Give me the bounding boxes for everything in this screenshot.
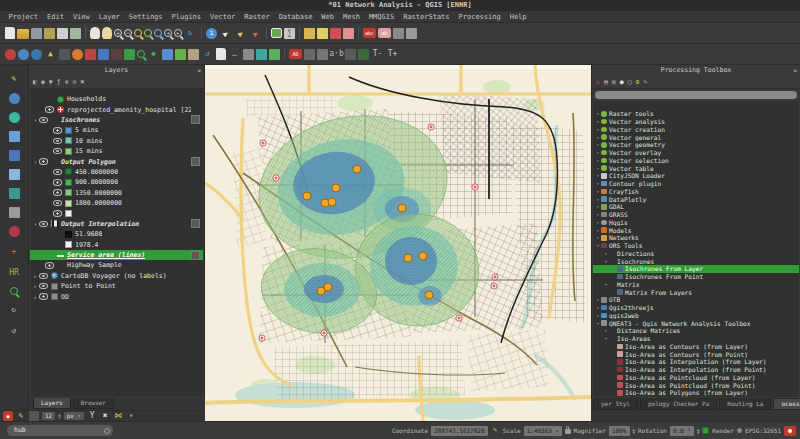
pan-to-selection-icon[interactable] (102, 27, 112, 39)
new-bookmark-icon[interactable] (330, 28, 341, 39)
save-project-icon[interactable] (31, 28, 42, 39)
menu-item[interactable]: MMQGIS (364, 13, 398, 21)
hr-tool-icon[interactable]: HR (8, 266, 21, 279)
map-tips-icon[interactable] (317, 28, 328, 39)
deselect-features-icon[interactable]: ▶ (246, 24, 264, 42)
extents-toggle-icon[interactable]: ✎ (491, 426, 500, 435)
globe-layers-icon[interactable] (9, 93, 20, 104)
metasearch-icon[interactable] (18, 49, 29, 60)
rotate-ccw-icon[interactable]: ↺ (8, 324, 21, 337)
menu-item[interactable]: Mesh (339, 13, 365, 21)
orange-ring-icon[interactable] (72, 49, 83, 60)
layer-row[interactable]: 450.0000000 (30, 167, 203, 177)
locator-options-icon[interactable] (104, 428, 110, 434)
expander-icon[interactable]: ▸ (32, 294, 39, 300)
rotation-spinner[interactable]: ▲▼ (697, 428, 699, 434)
layout-manager-icon[interactable] (70, 28, 81, 39)
rotation-input[interactable]: 0.0 ° (670, 426, 694, 436)
map-canvas[interactable] (205, 65, 591, 421)
processing-item[interactable]: Isochrones From Point (593, 273, 799, 281)
menu-item[interactable]: Plugins (167, 13, 206, 21)
snap-unit-select[interactable]: px ▾ (64, 412, 84, 420)
layer-row[interactable]: 1800.0000000 (30, 198, 203, 208)
snap-dropdown-icon[interactable]: ▾ (126, 411, 136, 421)
style-pen-icon[interactable]: ✎ (8, 72, 21, 85)
layer-row[interactable]: Households (30, 94, 203, 104)
locator-search-input[interactable]: hub (7, 425, 113, 436)
expander-icon[interactable]: ▸ (32, 273, 39, 279)
scripts-menu-icon[interactable]: ▦ (612, 79, 616, 86)
crs-globe-icon[interactable]: ⊕ (737, 427, 742, 435)
wrench-icon[interactable]: ✎ (644, 79, 648, 86)
processing-item[interactable]: Iso-Area as Pointcloud (from Layer) (593, 374, 799, 382)
processing-item[interactable]: ▸ Qgis2threejs (593, 304, 799, 312)
crs-status[interactable]: EPSG:32651 (745, 427, 781, 434)
expander-icon[interactable]: ▾ (603, 259, 609, 264)
raster-calc-icon[interactable] (85, 49, 96, 60)
history-icon[interactable]: ↻ (596, 79, 600, 86)
expander-icon[interactable]: ▾ (32, 221, 39, 227)
zoom-last-icon[interactable]: ◂ (164, 29, 172, 37)
expander-icon[interactable]: ▾ (603, 282, 609, 287)
terrain-icon[interactable] (175, 49, 186, 60)
menu-item[interactable]: Help (505, 13, 531, 21)
visibility-eye-icon[interactable] (53, 200, 62, 207)
menu-item[interactable]: Layer (94, 13, 124, 21)
data-source-manager-icon[interactable] (406, 28, 417, 39)
magnifier-spinner[interactable]: ▲▼ (633, 428, 635, 434)
snap-pen-icon[interactable]: ✎ (16, 411, 26, 421)
layer-row[interactable]: Service area (lines) (30, 250, 203, 260)
close-panel-icon[interactable]: ✖ (793, 65, 797, 76)
green-diamond-icon[interactable]: ◆ (147, 48, 160, 61)
visibility-eye-icon[interactable] (39, 158, 48, 165)
processing-item[interactable]: ▸ Hqgis (593, 219, 799, 227)
layer-indicator-icon[interactable] (191, 251, 200, 260)
expander-icon[interactable]: ▸ (603, 251, 609, 256)
processing-item[interactable]: Iso-Area as Pointcloud (from Point) (593, 381, 799, 389)
processing-item[interactable]: ▸ Vector overlay (593, 149, 799, 157)
tracing-toggle-icon[interactable]: ● (3, 411, 13, 421)
gray-tool-icon[interactable] (304, 49, 315, 60)
expander-icon[interactable]: ▾ (32, 117, 39, 123)
menu-item[interactable]: Vector (206, 13, 240, 21)
visibility-eye-icon[interactable] (39, 273, 48, 280)
processing-item[interactable]: ▾ Iso-Areas (593, 335, 799, 343)
zoom-to-selection-icon[interactable] (144, 29, 152, 37)
layer-row[interactable]: 1978.4 (30, 239, 203, 249)
layer-row[interactable]: 15 mins (30, 146, 203, 156)
separator[interactable] (358, 27, 359, 39)
show-bookmarks-icon[interactable] (343, 28, 354, 39)
processing-item[interactable]: ▸ Distance Matrices (593, 327, 799, 335)
field-calculator-icon[interactable]: ∑ (284, 28, 295, 39)
processing-item[interactable]: ▸ Directions (593, 250, 799, 258)
checker-icon[interactable] (9, 188, 20, 199)
attribute-table-icon[interactable] (271, 28, 282, 38)
bowtie-icon[interactable]: ⋈ (113, 411, 123, 421)
avoid-intersections-icon[interactable]: ✖ (100, 411, 110, 421)
processing-item[interactable]: ▸ Vector table (593, 164, 799, 172)
visibility-eye-icon[interactable] (39, 117, 48, 124)
processing-item[interactable]: Iso-Area as Polygons (from Layer) (593, 389, 799, 397)
processing-item[interactable]: ▾ QNEAT3 - Qgis Network Analysis Toolbox (593, 319, 799, 327)
gray-tool2-icon[interactable] (317, 49, 328, 60)
collapse-all-icon[interactable]: ⊖ (73, 79, 77, 86)
layer-row[interactable]: 5 mins (30, 125, 203, 135)
processing-item[interactable]: ▸ Vector selection (593, 157, 799, 165)
manage-map-themes-icon[interactable]: ◉ (41, 79, 45, 86)
messages-icon[interactable] (784, 426, 796, 436)
layer-indicator-icon[interactable] (191, 157, 200, 166)
menu-item[interactable]: Project (4, 13, 43, 21)
processing-item[interactable]: ▸ Vector general (593, 133, 799, 141)
models-menu-icon[interactable]: ▤ (604, 79, 608, 86)
notes-icon[interactable] (216, 48, 226, 60)
graduate-cap-icon[interactable] (59, 49, 70, 60)
menu-item[interactable]: Raster (240, 13, 274, 21)
remove-layer-icon[interactable]: ✖ (81, 79, 85, 86)
layer-indicator-icon[interactable] (191, 115, 200, 124)
save-project-as-icon[interactable] (44, 28, 55, 39)
visibility-eye-icon[interactable] (45, 262, 54, 269)
layer-row[interactable]: ▾ Isochrones (30, 115, 203, 125)
menu-item[interactable]: Processing (454, 13, 505, 21)
pan-map-icon[interactable] (90, 27, 100, 39)
ellipsis-icon[interactable]: … (228, 48, 241, 61)
